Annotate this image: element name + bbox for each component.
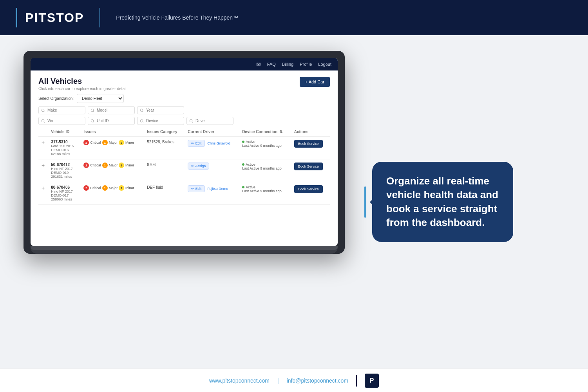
major-label: Major (109, 163, 118, 167)
vehicle-id: 50-670412 (51, 163, 77, 167)
footer-divider (356, 375, 357, 387)
page-subtitle: Click into each car to explore each in g… (38, 87, 127, 91)
book-service-button[interactable]: Book Service (294, 185, 323, 193)
top-header: PITSTOP Predicting Vehicle Failures Befo… (0, 0, 588, 35)
major-dot: 1 (102, 163, 108, 168)
device-input[interactable] (137, 117, 184, 125)
page-title: All Vehicles (38, 77, 127, 86)
driver-cell: ✏ Edit Chris Griswold (188, 140, 236, 147)
minor-label: Minor (125, 186, 134, 190)
minor-dot: 2 (119, 140, 124, 145)
unit-id-input[interactable] (88, 117, 135, 125)
critical-badge: 2 Critical (83, 140, 101, 145)
vin-input[interactable] (38, 117, 85, 125)
nav-logout[interactable]: Logout (318, 62, 331, 67)
major-badge: 1 Major (102, 163, 118, 168)
vehicle-make-model: Hino NF 2017 (51, 190, 77, 193)
footer-logo: P (365, 374, 379, 388)
major-badge: 1 Major (102, 140, 118, 145)
table-row: + 317-5310 Ford 150 2015 DEMO-016 62188 … (38, 137, 330, 159)
minor-label: Minor (125, 141, 134, 145)
logo-area: PITSTOP Predicting Vehicle Failures Befo… (16, 8, 238, 27)
book-service-button[interactable]: Book Service (294, 140, 323, 148)
page-header-left: All Vehicles Click into each car to expl… (38, 77, 127, 91)
th-current-driver: Current Driver (185, 127, 239, 137)
search-row-2 (38, 117, 330, 125)
nav-faq[interactable]: FAQ (267, 62, 276, 67)
device-status-cell: Active Last Active 9 months ago (242, 140, 288, 148)
model-input[interactable] (88, 106, 135, 114)
sort-icon[interactable]: ⇅ (279, 130, 282, 134)
footer-email: info@pitstopconnect.com (287, 378, 348, 384)
vehicle-miles: 258063 miles (51, 197, 77, 201)
logo-text: PITSTOP (25, 11, 84, 25)
callout-bubble: Organize all real-time vehicle health da… (372, 162, 513, 242)
laptop-base (31, 246, 338, 254)
vehicles-table: Vehicle ID Issues Issues Category Curren… (38, 127, 330, 205)
minor-badge: 1 Minor (119, 185, 134, 191)
th-device-connection: Device Connection ⇅ (239, 127, 291, 137)
th-actions: Actions (291, 127, 330, 137)
make-input[interactable] (38, 106, 85, 114)
minor-label: Minor (125, 163, 134, 167)
edit-driver-button[interactable]: ✏ Edit (188, 185, 205, 192)
nav-profile[interactable]: Profile (300, 62, 312, 67)
assign-driver-button[interactable]: ✏ Assign (188, 163, 209, 170)
bottom-footer: www.pitstopconnect.com | info@pitstopcon… (0, 369, 588, 392)
logo-accent-bar (16, 8, 17, 27)
device-status-cell: Active Last Active 9 months ago (242, 185, 288, 193)
vehicle-make-model: Hino NF 2017 (51, 167, 77, 171)
tagline: Predicting Vehicle Failures Before They … (116, 14, 238, 21)
driver-input[interactable] (186, 117, 233, 125)
add-car-button[interactable]: + Add Car (300, 77, 330, 87)
vehicle-demo: DEMO-017 (51, 193, 77, 197)
device-last-active: Last Active 9 months ago (242, 166, 288, 170)
nav-billing[interactable]: Billing (282, 62, 293, 67)
device-status-cell: Active Last Active 9 months ago (242, 163, 288, 170)
major-label: Major (109, 186, 118, 190)
critical-dot: 2 (83, 185, 89, 191)
th-vehicle-id: Vehicle ID (48, 127, 80, 137)
table-header-row: Vehicle ID Issues Issues Category Curren… (38, 127, 330, 137)
logo-divider (100, 8, 100, 27)
minor-badge: 2 Minor (119, 140, 134, 145)
callout-text: Organize all real-time vehicle health da… (386, 175, 498, 228)
book-service-button[interactable]: Book Service (294, 163, 323, 170)
vehicle-demo: DEMO-016 (51, 148, 77, 152)
device-last-active: Last Active 9 months ago (242, 189, 288, 193)
th-issues-category: Issues Category (144, 127, 185, 137)
screen-header-row: All Vehicles Click into each car to expl… (38, 77, 330, 91)
expand-button[interactable]: + (42, 185, 45, 191)
vehicle-id: 317-5310 (51, 140, 77, 144)
expand-button[interactable]: + (42, 163, 45, 168)
footer-separator1: | (277, 378, 279, 384)
main-content: ✉ FAQ Billing Profile Logout All Vehicle… (0, 35, 588, 369)
org-filter-row: Select Organization: Demo Fleet (38, 94, 330, 103)
status-dot (242, 141, 244, 143)
footer-website: www.pitstopconnect.com (209, 378, 270, 384)
critical-badge: 2 Critical (83, 163, 101, 168)
laptop-mockup: ✉ FAQ Billing Profile Logout All Vehicle… (24, 51, 345, 353)
org-select[interactable]: Demo Fleet (77, 94, 124, 103)
vehicle-info: 317-5310 Ford 150 2015 DEMO-016 62188 mi… (51, 140, 77, 156)
minor-dot: 1 (119, 163, 124, 168)
callout-area: Organize all real-time vehicle health da… (356, 51, 564, 353)
vehicle-make-model: Ford 150 2015 (51, 144, 77, 148)
critical-label: Critical (90, 186, 101, 190)
org-filter-label: Select Organization: (38, 96, 74, 101)
edit-driver-button[interactable]: ✏ Edit (188, 140, 205, 147)
major-badge: 1 Major (102, 185, 118, 191)
table-row: + 80-670406 Hino NF 2017 DEMO-017 258063… (38, 182, 330, 205)
screen-content: All Vehicles Click into each car to expl… (31, 70, 338, 211)
th-issues: Issues (80, 127, 144, 137)
year-input[interactable] (137, 106, 184, 114)
laptop-screen: ✉ FAQ Billing Profile Logout All Vehicle… (31, 58, 338, 246)
critical-dot: 2 (83, 140, 89, 145)
laptop-foot (31, 246, 338, 250)
th-expand (38, 127, 48, 137)
expand-button[interactable]: + (42, 140, 45, 145)
issues-cell: 2 Critical 1 Major 1 Minor (83, 163, 141, 169)
major-dot: 1 (102, 185, 108, 191)
device-last-active: Last Active 9 months ago (242, 144, 288, 148)
major-dot: 1 (102, 140, 108, 145)
